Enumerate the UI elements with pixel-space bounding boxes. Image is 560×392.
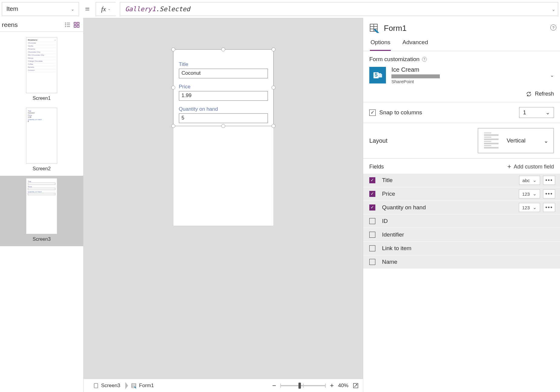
- zoom-control: − + 40%: [272, 382, 359, 390]
- status-bar: Screen3 Form1 − + 40%: [84, 379, 363, 392]
- thumb-label: Screen1: [33, 96, 51, 101]
- field-row-id[interactable]: ID: [363, 214, 560, 228]
- thumbnail: Title Price Quantity on hand: [26, 178, 57, 234]
- field-checkbox[interactable]: [369, 177, 375, 183]
- field-checkbox[interactable]: [369, 204, 375, 211]
- field-type-select[interactable]: 123⌄: [519, 189, 540, 198]
- property-selector[interactable]: Item ⌄: [2, 2, 79, 16]
- field-row-link[interactable]: Link to item: [363, 242, 560, 255]
- properties-panel: Form1 ? Options Advanced Form customizat…: [363, 18, 560, 392]
- svg-rect-8: [74, 25, 76, 27]
- field-checkbox[interactable]: [369, 218, 375, 224]
- chevron-down-icon: ⌄: [71, 7, 74, 11]
- zoom-out-button[interactable]: −: [272, 382, 276, 390]
- field-type-select[interactable]: abc⌄: [519, 176, 540, 185]
- field-more-button[interactable]: •••: [543, 176, 555, 185]
- resize-handle[interactable]: [272, 86, 275, 90]
- resize-handle[interactable]: [221, 124, 225, 128]
- field-name: Quantity on hand: [382, 204, 426, 211]
- field-name: ID: [382, 218, 388, 224]
- zoom-in-button[interactable]: +: [330, 382, 334, 390]
- field-name: Identifier: [382, 231, 404, 238]
- datasource-name: Ice Cream: [391, 66, 440, 73]
- resize-handle[interactable]: [171, 47, 175, 51]
- canvas: Title Coconut Price 1.99 Quantity on han…: [84, 18, 363, 392]
- device-frame[interactable]: Title Coconut Price 1.99 Quantity on han…: [173, 49, 273, 226]
- field-checkbox[interactable]: [369, 259, 375, 265]
- form-selection[interactable]: [173, 49, 274, 126]
- screen-icon: [93, 383, 99, 388]
- svg-point-2: [65, 24, 66, 25]
- section-datasource: Form customization? S Ice Cream SharePoi…: [363, 51, 560, 102]
- formula-token-rest: .Selected: [156, 5, 190, 13]
- breadcrumb-screen[interactable]: Screen3: [88, 381, 126, 390]
- refresh-button[interactable]: Refresh: [369, 91, 554, 97]
- field-checkbox[interactable]: [369, 245, 375, 251]
- screen-thumb-screen3[interactable]: Title Price Quantity on hand Screen3: [0, 176, 83, 246]
- svg-rect-6: [74, 22, 76, 24]
- resize-handle[interactable]: [272, 124, 275, 128]
- field-type-select[interactable]: 123⌄: [519, 203, 540, 212]
- svg-rect-9: [77, 25, 79, 27]
- formula-input[interactable]: Gallery1.Selected ⌄: [120, 2, 558, 16]
- help-icon[interactable]: ?: [422, 57, 427, 62]
- zoom-value: 40%: [338, 383, 348, 389]
- fx-icon: fx: [101, 5, 106, 13]
- grid-view-icon[interactable]: [74, 22, 80, 28]
- formula-token-object: Gallery1: [125, 5, 156, 13]
- layout-pictogram: [483, 132, 499, 150]
- tab-advanced[interactable]: Advanced: [402, 36, 429, 51]
- zoom-knob[interactable]: [298, 383, 301, 389]
- list-view-icon[interactable]: [64, 22, 71, 28]
- svg-rect-10: [94, 383, 98, 388]
- field-row-quantity[interactable]: Quantity on hand 123⌄ •••: [363, 201, 560, 214]
- tab-options[interactable]: Options: [370, 36, 391, 51]
- thumbnail: Title Coconut Price 1.99 Quantity on han…: [26, 108, 57, 164]
- screens-title: reens: [2, 21, 18, 28]
- svg-point-4: [65, 26, 66, 27]
- fields-label: Fields: [369, 164, 384, 170]
- chevron-down-icon: ⌄: [544, 137, 548, 144]
- thumb-label: Screen2: [33, 166, 51, 172]
- add-custom-field-button[interactable]: + Add custom field: [507, 163, 554, 171]
- resize-handle[interactable]: [171, 124, 175, 128]
- chevron-down-icon: ⌄: [533, 191, 537, 197]
- thumbnail: Strawberry› Chocolate Vanilla Pistachio …: [26, 37, 57, 93]
- field-name: Name: [382, 259, 397, 265]
- field-more-button[interactable]: •••: [543, 189, 555, 198]
- field-name: Price: [382, 191, 395, 197]
- field-name: Link to item: [382, 245, 411, 252]
- field-row-title[interactable]: Title abc⌄ •••: [363, 174, 560, 187]
- snap-label: Snap to columns: [379, 109, 422, 116]
- chevron-down-icon: ⌄: [550, 72, 554, 78]
- resize-handle[interactable]: [221, 47, 225, 51]
- fit-screen-icon[interactable]: [353, 383, 359, 389]
- field-row-name[interactable]: Name: [363, 255, 560, 269]
- field-row-price[interactable]: Price 123⌄ •••: [363, 187, 560, 201]
- zoom-slider[interactable]: [280, 385, 326, 386]
- screen-thumb-screen2[interactable]: Title Coconut Price 1.99 Quantity on han…: [0, 105, 83, 176]
- snap-checkbox[interactable]: [369, 109, 376, 116]
- resize-handle[interactable]: [272, 47, 275, 51]
- screens-header: reens: [0, 18, 83, 32]
- breadcrumb-form[interactable]: Form1: [126, 381, 159, 390]
- sharepoint-icon: S: [369, 67, 386, 83]
- datasource-selector[interactable]: S Ice Cream SharePoint ⌄: [369, 66, 554, 84]
- screen-thumb-screen1[interactable]: Strawberry› Chocolate Vanilla Pistachio …: [0, 35, 83, 105]
- field-checkbox[interactable]: [369, 191, 375, 197]
- form-icon: [131, 383, 137, 388]
- chevron-down-icon: ⌄: [108, 7, 110, 11]
- refresh-icon: [526, 91, 532, 97]
- help-icon[interactable]: ?: [550, 24, 556, 31]
- chevron-down-icon[interactable]: ⌄: [552, 7, 555, 11]
- field-checkbox[interactable]: [369, 232, 375, 238]
- fx-button[interactable]: fx ⌄: [96, 2, 116, 16]
- layout-select[interactable]: Vertical ⌄: [478, 128, 554, 153]
- svg-text:S: S: [374, 72, 377, 77]
- resize-handle[interactable]: [171, 86, 175, 90]
- field-row-identifier[interactable]: Identifier: [363, 228, 560, 241]
- field-more-button[interactable]: •••: [543, 203, 555, 212]
- panel-title: Form1: [384, 24, 407, 33]
- columns-select[interactable]: 1 ⌄: [519, 107, 554, 118]
- section-title: Form customization: [369, 56, 420, 63]
